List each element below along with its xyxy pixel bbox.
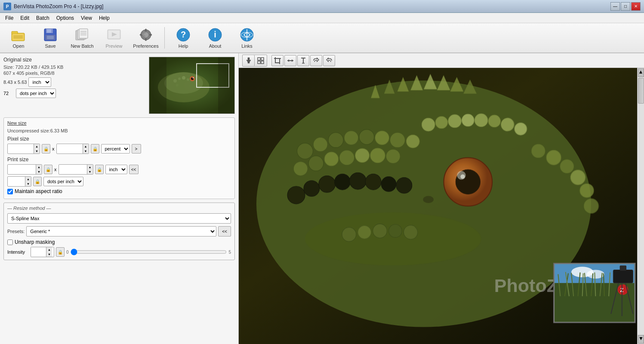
svg-point-83	[318, 175, 335, 192]
svg-rect-14	[79, 29, 88, 38]
newbatch-button[interactable]: New Batch	[67, 25, 97, 51]
pixel-size-group: Pixel size 300.0 ▲ ▼ 🔒 x 300.0 ▲	[7, 136, 231, 154]
original-dpi-select[interactable]: dots per inch dots per cm	[16, 89, 56, 98]
svg-point-68	[328, 132, 343, 147]
svg-point-92	[462, 114, 474, 126]
menu-help[interactable]: Help	[96, 14, 113, 22]
print-dpi-select[interactable]: dots per inch dots per cm	[43, 177, 83, 186]
scrollbar-up-arrow[interactable]: ▲	[638, 68, 644, 77]
aspect-ratio-checkbox[interactable]	[7, 189, 13, 194]
menu-options[interactable]: Options	[53, 14, 77, 22]
intensity-input[interactable]: 0	[31, 247, 46, 257]
print-width-down[interactable]: ▼	[36, 169, 42, 174]
intensity-lock[interactable]: 🔒	[56, 247, 65, 257]
open-button[interactable]: Open	[3, 25, 34, 51]
vertical-scrollbar[interactable]: ▲ ▼	[637, 68, 644, 344]
save-button[interactable]: Save	[35, 25, 65, 51]
svg-point-116	[531, 144, 545, 158]
intensity-max: 5	[228, 250, 231, 255]
new-size-section: New size Uncompressed size:6.33 MB Pixel…	[3, 117, 235, 199]
svg-point-41	[187, 78, 189, 81]
pixel-width-input[interactable]: 300.0	[8, 144, 34, 154]
intensity-slider[interactable]	[71, 249, 227, 255]
crop-button[interactable]	[271, 55, 283, 66]
pixel-unit-select[interactable]: percent pixel	[101, 144, 130, 154]
pixel-height-input[interactable]: 300.0	[57, 144, 83, 154]
print-unit-select[interactable]: inch cm mm	[105, 165, 127, 174]
resize-method-select[interactable]: S-Spline Max S-Spline Bicubic Bilinear L…	[7, 213, 231, 224]
svg-text:?: ?	[181, 30, 186, 39]
svg-rect-50	[261, 58, 264, 60]
svg-text:P: P	[6, 4, 9, 9]
hand-tool-button[interactable]	[243, 55, 255, 66]
svg-point-45	[193, 77, 194, 79]
pixel-size-label: Pixel size	[7, 136, 231, 142]
grid-tool-button[interactable]	[255, 55, 267, 66]
print-height-input[interactable]: 16.875	[59, 165, 87, 174]
print-height-up[interactable]: ▲	[87, 165, 93, 169]
svg-point-117	[546, 150, 561, 165]
pixel-height-down[interactable]: ▼	[83, 149, 89, 154]
pixel-width-down[interactable]: ▼	[34, 149, 40, 154]
arrows-button[interactable]	[284, 55, 296, 66]
print-height-down[interactable]: ▼	[87, 169, 93, 174]
preview-button[interactable]: Preview	[99, 25, 129, 51]
menu-batch[interactable]: Batch	[33, 14, 53, 22]
save-label: Save	[45, 43, 55, 49]
redo-button[interactable]	[323, 55, 335, 66]
pixel-width-up[interactable]: ▲	[34, 144, 40, 149]
intensity-up[interactable]: ▲	[46, 247, 52, 252]
svg-point-88	[396, 177, 412, 193]
print-arrow-button[interactable]: <<	[129, 165, 139, 174]
menu-view[interactable]: View	[77, 14, 96, 22]
menu-edit[interactable]: Edit	[17, 14, 33, 22]
about-button[interactable]: i About	[200, 25, 230, 51]
svg-point-110	[305, 212, 481, 265]
presets-select[interactable]: Generic * Photo Art	[26, 226, 216, 236]
print-width-up[interactable]: ▲	[36, 165, 42, 169]
print-dpi-up[interactable]: ▲	[25, 177, 31, 181]
svg-point-87	[381, 176, 396, 191]
svg-point-95	[501, 118, 514, 131]
dimensions-text: 607 x 405 pixels, RGB/8	[3, 71, 145, 76]
preferences-button[interactable]: Preferences	[131, 25, 161, 51]
print-dpi-down[interactable]: ▼	[25, 181, 31, 186]
pixel-arrow-button[interactable]: >	[132, 144, 141, 154]
maximize-button[interactable]: □	[621, 2, 630, 11]
print-lock-button[interactable]: 🔒	[44, 165, 52, 174]
original-wh-text: 8.43 x 5.63	[3, 80, 27, 85]
close-button[interactable]: ✕	[631, 2, 641, 11]
svg-point-109	[423, 196, 434, 203]
text-button[interactable]	[297, 55, 309, 66]
intensity-min: 0	[66, 250, 69, 255]
svg-point-93	[475, 114, 488, 127]
svg-point-80	[386, 149, 400, 163]
scrollbar-thumb[interactable]	[638, 78, 644, 104]
menu-bar: File Edit Batch Options View Help	[0, 13, 644, 23]
image-area[interactable]: PhotoZoom Pro 4 Z	[239, 68, 644, 344]
pixel-lock-button[interactable]: 🔒	[42, 144, 50, 154]
help-button[interactable]: ? Help	[168, 25, 198, 51]
links-button[interactable]: Links	[232, 25, 262, 51]
menu-file[interactable]: File	[2, 14, 17, 22]
batch-icon	[74, 27, 90, 43]
print-dpi-input[interactable]: 72	[8, 177, 25, 186]
svg-marker-60	[292, 59, 293, 62]
print-dpi-lock[interactable]: 🔒	[33, 177, 42, 186]
pixel-height-up[interactable]: ▲	[83, 144, 89, 149]
presets-expand-button[interactable]: <<	[218, 226, 231, 236]
svg-rect-47	[149, 57, 166, 114]
svg-rect-52	[261, 61, 264, 64]
unsharp-checkbox[interactable]	[7, 240, 13, 245]
undo-button[interactable]	[310, 55, 322, 66]
original-unit-select[interactable]: inch cm mm pixel	[28, 77, 51, 87]
aspect-ratio-label: Maintain aspect ratio	[15, 188, 62, 194]
intensity-btns: ▲ ▼	[46, 247, 52, 257]
intensity-down[interactable]: ▼	[46, 252, 52, 257]
print-height-lock[interactable]: 🔒	[95, 165, 104, 174]
minimize-button[interactable]: —	[610, 2, 620, 11]
print-width-input[interactable]: 25.2917	[8, 165, 36, 174]
scrollbar-down-arrow[interactable]: ▼	[638, 335, 644, 344]
pixel-height-lock[interactable]: 🔒	[91, 144, 99, 154]
print-x-separator: x	[54, 167, 57, 172]
